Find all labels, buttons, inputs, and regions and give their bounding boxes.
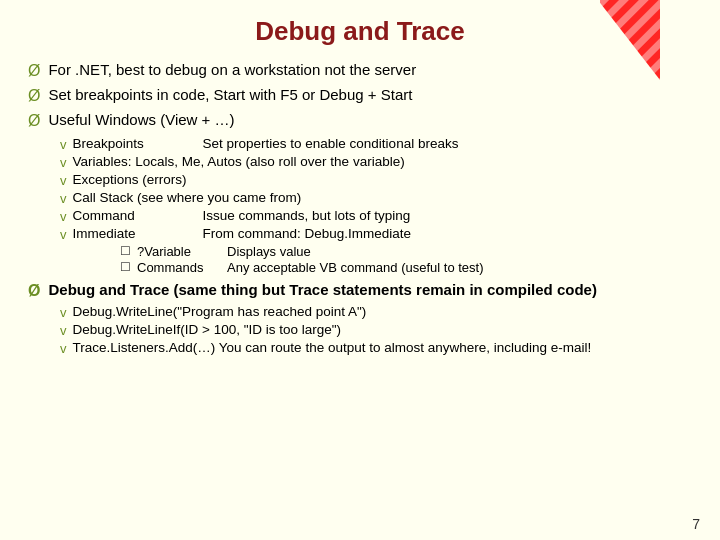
main-bullet-1: Ø For .NET, best to debug on a workstati… bbox=[28, 61, 692, 80]
checkbox-list: ☐ ?Variable Displays value ☐ Commands An… bbox=[120, 244, 692, 275]
sub-desc-0: Set properties to enable conditional bre… bbox=[203, 136, 459, 151]
cb-item-1: ☐ Commands Any acceptable VB command (us… bbox=[120, 260, 692, 275]
sub-desc-4: Issue commands, but lots of typing bbox=[203, 208, 411, 223]
page-number: 7 bbox=[692, 516, 700, 532]
main-bullet-3: Ø Useful Windows (View + …) bbox=[28, 111, 692, 130]
debug-sub-1: v Debug.WriteLineIf(ID > 100, "ID is too… bbox=[60, 322, 692, 338]
main-bullet-3-text: Useful Windows (View + …) bbox=[48, 111, 234, 128]
sub-bullet-0: v bbox=[60, 137, 67, 152]
cb-desc-0: Displays value bbox=[227, 244, 311, 259]
sub-label-5: Immediate bbox=[73, 226, 203, 241]
corner-decoration bbox=[600, 0, 720, 80]
slide-title: Debug and Trace bbox=[28, 16, 692, 47]
bullet-arrow-1: Ø bbox=[28, 62, 40, 80]
sub-desc-5: From command: Debug.Immediate bbox=[203, 226, 412, 241]
big-bullet: Ø Debug and Trace (same thing but Trace … bbox=[28, 281, 692, 300]
svg-marker-2 bbox=[600, 0, 660, 80]
sub-bullet-3: v bbox=[60, 191, 67, 206]
sub-label-2: Exceptions (errors) bbox=[73, 172, 187, 187]
cb-label-0: ?Variable bbox=[137, 244, 227, 259]
big-bullet-text: Debug and Trace (same thing but Trace st… bbox=[48, 281, 596, 298]
debug-sub-text-0: Debug.WriteLine("Program has reached poi… bbox=[73, 304, 367, 319]
debug-sub-list: v Debug.WriteLine("Program has reached p… bbox=[60, 304, 692, 356]
debug-sub-bullet-2: v bbox=[60, 341, 67, 356]
cb-item-0: ☐ ?Variable Displays value bbox=[120, 244, 692, 259]
bullet-arrow-3: Ø bbox=[28, 112, 40, 130]
main-bullet-2: Ø Set breakpoints in code, Start with F5… bbox=[28, 86, 692, 105]
sub-label-1: Variables: Locals, Me, Autos (also roll … bbox=[73, 154, 405, 169]
sub-bullet-2: v bbox=[60, 173, 67, 188]
sub-item-5: v Immediate From command: Debug.Immediat… bbox=[60, 226, 692, 242]
sub-item-1: v Variables: Locals, Me, Autos (also rol… bbox=[60, 154, 692, 170]
big-bullet-arrow: Ø bbox=[28, 282, 40, 300]
main-bullet-2-text: Set breakpoints in code, Start with F5 o… bbox=[48, 86, 412, 103]
debug-sub-bullet-1: v bbox=[60, 323, 67, 338]
sub-label-0: Breakpoints bbox=[73, 136, 203, 151]
sub-bullet-5: v bbox=[60, 227, 67, 242]
sub-label-3: Call Stack (see where you came from) bbox=[73, 190, 302, 205]
sub-list: v Breakpoints Set properties to enable c… bbox=[60, 136, 692, 275]
sub-item-2: v Exceptions (errors) bbox=[60, 172, 692, 188]
bullet-arrow-2: Ø bbox=[28, 87, 40, 105]
cb-label-1: Commands bbox=[137, 260, 227, 275]
main-bullet-1-text: For .NET, best to debug on a workstation… bbox=[48, 61, 416, 78]
sub-item-0: v Breakpoints Set properties to enable c… bbox=[60, 136, 692, 152]
sub-bullet-4: v bbox=[60, 209, 67, 224]
cb-desc-1: Any acceptable VB command (useful to tes… bbox=[227, 260, 484, 275]
checkbox-icon-0: ☐ bbox=[120, 244, 131, 258]
sub-item-4: v Command Issue commands, but lots of ty… bbox=[60, 208, 692, 224]
debug-sub-0: v Debug.WriteLine("Program has reached p… bbox=[60, 304, 692, 320]
debug-sub-2: v Trace.Listeners.Add(…) You can route t… bbox=[60, 340, 692, 356]
debug-sub-text-2: Trace.Listeners.Add(…) You can route the… bbox=[73, 340, 592, 355]
sub-label-4: Command bbox=[73, 208, 203, 223]
sub-item-3: v Call Stack (see where you came from) bbox=[60, 190, 692, 206]
debug-sub-text-1: Debug.WriteLineIf(ID > 100, "ID is too l… bbox=[73, 322, 342, 337]
debug-sub-bullet-0: v bbox=[60, 305, 67, 320]
checkbox-icon-1: ☐ bbox=[120, 260, 131, 274]
sub-bullet-1: v bbox=[60, 155, 67, 170]
slide-content: Debug and Trace Ø For .NET, best to debu… bbox=[0, 0, 720, 540]
